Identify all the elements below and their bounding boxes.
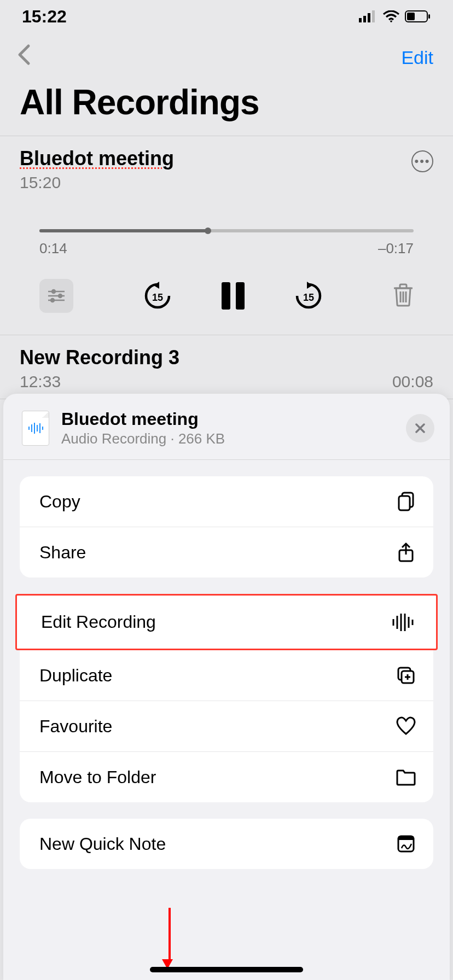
cellular-icon [359,7,378,27]
svg-rect-43 [398,836,414,840]
action-sheet: Bluedot meeting Audio Recording · 266 KB… [3,394,450,980]
pause-button[interactable] [222,282,245,310]
recording-row[interactable]: New Recording 3 12:33 00:08 [0,335,453,399]
svg-rect-3 [372,10,375,22]
share-icon [395,541,417,563]
sheet-title: Bluedot meeting [61,409,406,429]
svg-rect-7 [428,14,430,19]
svg-point-13 [51,299,54,302]
delete-button[interactable] [393,283,414,309]
recording-name: New Recording 3 [20,346,179,369]
sheet-subtitle: Audio Recording · 266 KB [61,430,406,447]
svg-point-9 [52,290,55,293]
back-button[interactable] [16,44,31,71]
recording-name: Bluedot meeting [20,147,174,170]
close-button[interactable] [406,414,434,442]
edit-button[interactable]: Edit [401,47,433,68]
action-label: Move to Folder [39,767,156,788]
action-share[interactable]: Share [20,527,433,578]
action-edit-recording[interactable]: Edit Recording [15,594,438,650]
audio-player: 0:14 –0:17 15 [20,192,433,327]
wifi-icon [383,7,399,27]
more-button[interactable]: ••• [411,150,433,172]
recording-time: 15:20 [20,173,174,192]
folder-icon [395,766,417,788]
nav-bar: Edit [0,33,453,77]
skip-back-15-button[interactable]: 15 [143,281,172,311]
quick-note-icon [395,833,417,855]
audio-file-icon [22,411,49,446]
recording-time: 12:33 [20,372,179,391]
recording-row-expanded[interactable]: Bluedot meeting 15:20 ••• 0:14 –0:17 [0,136,453,335]
skip-forward-15-button[interactable]: 15 [294,281,323,311]
svg-point-11 [59,294,62,298]
svg-marker-15 [307,282,312,289]
copy-icon [395,491,417,512]
action-label: Edit Recording [41,612,156,632]
elapsed-time: 0:14 [39,240,67,257]
action-group: Duplicate Favourite Move to Folder [20,650,433,802]
action-move-to-folder[interactable]: Move to Folder [20,752,433,802]
action-label: Favourite [39,716,112,737]
action-duplicate[interactable]: Duplicate [20,650,433,701]
heart-icon [395,715,417,737]
svg-rect-6 [407,13,415,20]
battery-icon [405,7,431,27]
action-favourite[interactable]: Favourite [20,701,433,752]
playback-options-button[interactable] [39,279,73,313]
action-group: Copy Share [20,476,433,578]
svg-rect-0 [359,18,362,22]
svg-rect-2 [368,13,370,22]
action-group: New Quick Note [20,819,433,869]
duplicate-icon [395,664,417,686]
remaining-time: –0:17 [378,240,414,257]
svg-rect-1 [363,16,366,22]
scrubber[interactable] [39,227,414,235]
action-label: New Quick Note [39,834,166,854]
status-bar: 15:22 [0,0,453,33]
action-copy[interactable]: Copy [20,476,433,527]
status-time: 15:22 [22,7,67,27]
home-indicator[interactable] [150,967,303,972]
svg-marker-14 [154,282,159,289]
action-new-quick-note[interactable]: New Quick Note [20,819,433,869]
action-label: Share [39,542,86,563]
page-title: All Recordings [0,77,453,136]
svg-point-4 [390,20,392,22]
action-label: Copy [39,492,80,512]
annotation-arrow [166,908,173,969]
waveform-icon [391,612,415,632]
svg-rect-29 [399,496,410,510]
action-label: Duplicate [39,666,112,686]
recording-duration: 00:08 [392,372,433,391]
